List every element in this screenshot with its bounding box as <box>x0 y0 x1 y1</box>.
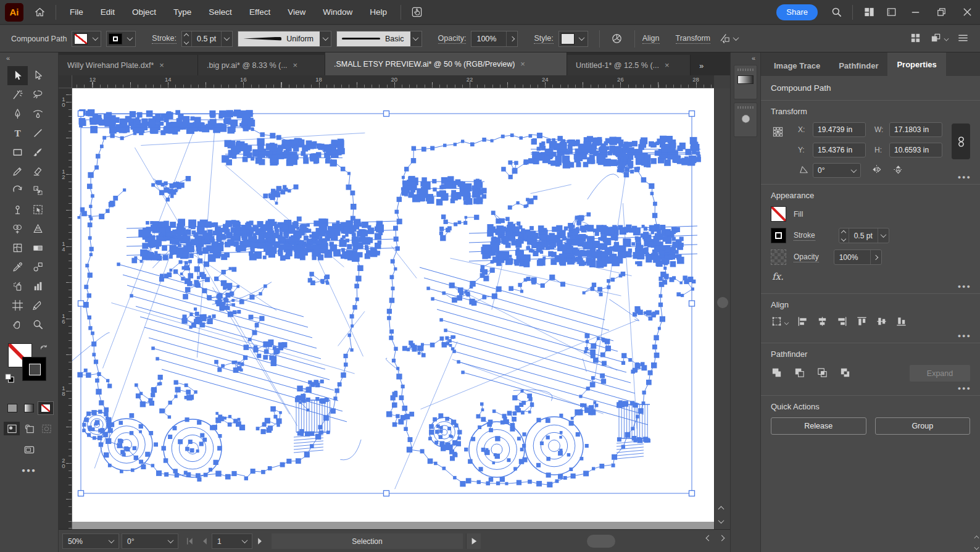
scroll-right-icon[interactable] <box>719 535 725 542</box>
shape-builder-tool[interactable] <box>7 219 28 238</box>
menu-view[interactable]: View <box>279 0 314 25</box>
menu-effect[interactable]: Effect <box>241 0 279 25</box>
horizontal-scroll-thumb[interactable] <box>587 535 615 548</box>
canvas-viewport[interactable] <box>72 88 714 529</box>
stroke-weight-value[interactable]: 0.5 pt <box>192 35 221 43</box>
direct-selection-tool[interactable] <box>28 66 48 85</box>
none-button[interactable] <box>38 402 53 414</box>
blend-tool[interactable] <box>28 257 48 277</box>
stroke-weight-field[interactable]: 0.5 pt <box>181 31 233 47</box>
rotation-dropdown[interactable]: 0° <box>122 533 178 549</box>
transform-more-options[interactable]: ●●● <box>958 174 971 180</box>
menu-object[interactable]: Object <box>123 0 165 25</box>
align-v-center-icon[interactable] <box>876 316 887 329</box>
tab-overflow-icon[interactable]: » <box>694 61 707 75</box>
zoom-level-dropdown[interactable]: 50% <box>62 533 119 549</box>
fill-color-dropdown[interactable] <box>72 31 101 47</box>
gradient-tool[interactable] <box>28 238 48 257</box>
pathfinder-exclude-icon[interactable] <box>839 367 851 380</box>
align-left-icon[interactable] <box>797 316 808 329</box>
align-glyphs-icon[interactable] <box>910 32 921 46</box>
variable-width-profile-dropdown[interactable]: Uniform <box>238 31 331 47</box>
pathfinder-shortcut-icon[interactable] <box>930 32 942 46</box>
opacity-field[interactable]: 100% <box>471 31 518 47</box>
menu-select[interactable]: Select <box>200 0 241 25</box>
tab-close-icon[interactable]: × <box>159 61 164 70</box>
x-field[interactable]: 19.4739 in <box>813 122 866 137</box>
restore-button[interactable] <box>928 0 954 25</box>
pathfinder-more-options[interactable]: ●●● <box>958 385 971 391</box>
document-tab-4[interactable]: Untitled-1* @ 12.5 % (...× <box>567 55 691 75</box>
curvature-tool[interactable] <box>28 104 48 123</box>
document-tab-2[interactable]: .big pv.ai* @ 8.33 % (...× <box>198 55 325 75</box>
align-panel-link[interactable]: Align <box>642 34 660 44</box>
expand-dock-icon[interactable]: « <box>731 52 760 62</box>
close-button[interactable] <box>954 0 980 25</box>
paintbrush-tool[interactable] <box>28 143 48 162</box>
first-artboard-icon[interactable] <box>182 535 197 547</box>
appearance-more-options[interactable]: ●●● <box>958 283 971 290</box>
stroke-weight-control[interactable]: 0.5 pt <box>839 228 889 243</box>
opacity-value[interactable]: 100% <box>471 35 506 43</box>
panel-tab-image-trace[interactable]: Image Trace <box>765 55 829 76</box>
scroll-up-icon[interactable] <box>719 504 723 513</box>
scroll-left-icon[interactable] <box>706 535 712 542</box>
mesh-tool[interactable] <box>7 238 28 257</box>
line-segment-tool[interactable] <box>28 123 48 143</box>
minimize-button[interactable] <box>902 0 928 25</box>
horizontal-ruler[interactable]: 121416182022242628 <box>72 75 714 88</box>
align-top-icon[interactable] <box>856 316 868 329</box>
pathfinder-intersect-icon[interactable] <box>816 367 828 380</box>
swap-fill-stroke-icon[interactable] <box>38 343 50 356</box>
scale-tool[interactable] <box>28 181 48 200</box>
magic-wand-tool[interactable] <box>7 85 28 104</box>
selection-tool[interactable] <box>7 66 28 85</box>
artboard-tool[interactable] <box>7 296 28 315</box>
stroke-color-dropdown[interactable] <box>106 31 136 47</box>
tab-close-icon[interactable]: × <box>520 59 525 69</box>
panel-opacity-label[interactable]: Opacity <box>794 253 819 262</box>
column-graph-tool[interactable] <box>28 277 48 296</box>
touch-workspace-icon[interactable] <box>406 0 428 25</box>
rotate-tool[interactable] <box>7 181 28 200</box>
draw-behind-icon[interactable] <box>21 422 37 435</box>
scroll-down-icon[interactable] <box>719 517 723 525</box>
perspective-grid-tool[interactable] <box>28 219 48 238</box>
panel-tab-properties[interactable]: Properties <box>887 52 945 76</box>
document-tab-1[interactable]: Willy Wirehand Plate.dxf*× <box>59 55 198 75</box>
free-transform-tool[interactable] <box>28 200 48 219</box>
select-similar-chevron-icon[interactable] <box>733 35 739 41</box>
flip-vertical-icon[interactable] <box>892 164 904 177</box>
stroke-proxy-swatch[interactable] <box>23 358 46 380</box>
recolor-artwork-icon[interactable] <box>606 27 628 51</box>
brush-definition-dropdown[interactable]: Basic <box>336 31 422 47</box>
artboard-canvas[interactable] <box>72 88 714 529</box>
menu-type[interactable]: Type <box>165 0 200 25</box>
color-button[interactable] <box>5 402 20 414</box>
previous-artboard-icon[interactable] <box>197 535 212 547</box>
constrain-proportions-icon[interactable] <box>952 123 970 159</box>
tab-close-icon[interactable]: × <box>293 61 298 70</box>
opacity-swatch[interactable] <box>771 249 786 265</box>
hand-tool[interactable] <box>7 315 28 334</box>
vertical-ruler[interactable]: 1 01 21 41 61 82 0 <box>59 88 72 529</box>
status-menu-icon[interactable] <box>466 533 481 549</box>
flip-horizontal-icon[interactable] <box>871 164 882 177</box>
menu-window[interactable]: Window <box>314 0 361 25</box>
group-button[interactable]: Group <box>875 417 971 435</box>
ruler-origin-corner[interactable] <box>59 75 72 88</box>
transform-panel-link[interactable]: Transform <box>676 34 711 44</box>
home-icon[interactable] <box>28 0 51 25</box>
release-button[interactable]: Release <box>771 417 866 435</box>
graphic-style-dropdown[interactable] <box>559 31 588 47</box>
panel-tab-pathfinder[interactable]: Pathfinder <box>829 55 887 76</box>
reference-point-icon[interactable] <box>772 126 784 140</box>
pathfinder-unite-icon[interactable] <box>771 367 783 380</box>
pathfinder-minus-front-icon[interactable] <box>794 367 805 380</box>
stroke-swatch[interactable] <box>771 228 786 243</box>
style-label[interactable]: Style: <box>534 34 553 44</box>
rectangle-tool[interactable] <box>7 143 28 162</box>
lasso-tool[interactable] <box>28 85 48 104</box>
align-right-icon[interactable] <box>836 316 848 329</box>
pen-tool[interactable] <box>7 104 28 123</box>
